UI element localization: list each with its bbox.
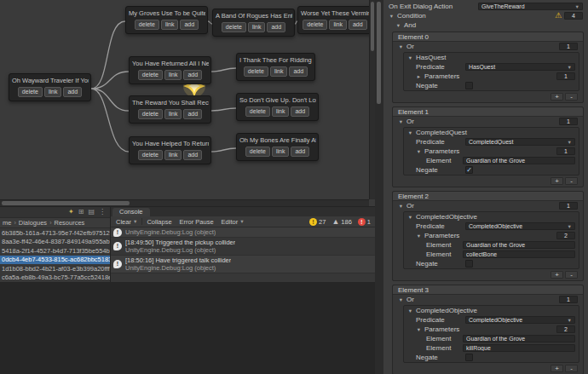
predicate-foldout-row[interactable]: ▾ CompletedObjective [404, 306, 579, 315]
favorites-icon[interactable]: ✦ [68, 208, 74, 216]
asset-row[interactable]: 6b385b-161a-4713-95e7-f42efb975125 [0, 228, 110, 238]
node-link-button[interactable]: link [164, 109, 182, 119]
add-element-button[interactable]: + [551, 365, 563, 372]
element-header[interactable]: Element 2 [393, 192, 583, 201]
parameter-object-field[interactable]: collectBone [463, 250, 575, 258]
node-add-button[interactable]: add [267, 22, 285, 32]
node-add-button[interactable]: add [291, 106, 309, 117]
dialogue-node-graph[interactable]: My Groves Use To be Quite deletelinkadd … [0, 0, 375, 206]
node-add-button[interactable]: add [183, 109, 202, 119]
or-size-field[interactable]: 1 [559, 202, 578, 210]
breadcrumb-segment[interactable]: me [3, 219, 11, 227]
parameter-object-field[interactable]: Guardian of the Grove [463, 157, 575, 164]
graph-horizontal-scrollbar[interactable] [0, 199, 369, 206]
element-header[interactable]: Element 3 [393, 285, 583, 295]
parameters-size-field[interactable]: 2 [556, 232, 575, 239]
condition-size-field[interactable]: 4 [564, 12, 583, 20]
negate-checkbox[interactable] [465, 260, 473, 268]
or-size-field[interactable]: 1 [559, 118, 578, 125]
predicate-dropdown[interactable]: CompletedObjective▼ [465, 222, 575, 230]
warning-count-badge[interactable]: !27 [307, 218, 328, 226]
dialogue-node[interactable]: Oh Wayward Traveler If You deletelinkadd [9, 73, 91, 101]
parameters-size-field[interactable]: 1 [556, 72, 575, 80]
parameter-object-field[interactable]: killRogue [463, 344, 575, 352]
collapse-toggle[interactable]: Collapse [143, 218, 175, 226]
remove-element-button[interactable]: - [565, 93, 578, 101]
asset-row[interactable]: 5418a-2f14-4527-b4d7-713f35be554b [0, 246, 110, 256]
scrollbar-thumb[interactable] [2, 201, 130, 205]
node-link-button[interactable]: link [248, 22, 266, 32]
node-link-button[interactable]: link [272, 147, 290, 157]
dialogue-node[interactable]: So Don't Give Up. Don't Lose deletelinka… [236, 93, 319, 121]
node-delete-button[interactable]: delete [138, 109, 163, 119]
node-add-button[interactable]: add [180, 20, 199, 30]
predicate-foldout-row[interactable]: ▾ HasQuest [404, 53, 579, 62]
negate-checkbox[interactable]: ✓ [465, 166, 473, 174]
node-add-button[interactable]: add [63, 87, 82, 97]
condition-foldout-row[interactable]: ▾ Condition ⚠ 4 [383, 11, 588, 20]
log-entry[interactable]: ! UnityEngine.Debug:Log (object) [111, 227, 375, 238]
node-delete-button[interactable]: delete [222, 22, 246, 32]
remove-element-button[interactable]: - [565, 177, 578, 185]
or-foldout-row[interactable]: ▾ Or 1 [393, 295, 583, 304]
node-delete-button[interactable]: delete [244, 66, 268, 77]
node-delete-button[interactable]: delete [303, 20, 327, 30]
predicate-dropdown[interactable]: CompletedObjective▼ [465, 316, 575, 324]
node-link-button[interactable]: link [164, 70, 182, 80]
dialogue-node[interactable]: My Groves Use To be Quite deletelinkadd [125, 6, 208, 34]
or-foldout-row[interactable]: ▾ Or 1 [393, 117, 583, 126]
message-count-badge[interactable]: ▲186 [329, 218, 354, 226]
breadcrumb-segment[interactable]: Dialogues [19, 219, 47, 227]
parameter-object-field[interactable]: Guardian of the Grove [463, 241, 575, 249]
node-link-button[interactable]: link [44, 87, 62, 97]
remove-element-button[interactable]: - [565, 271, 578, 279]
parameter-object-field[interactable]: Guardian of the Grove [463, 335, 575, 342]
remove-element-button[interactable]: - [565, 365, 578, 372]
dialogue-node[interactable]: The Reward You Shall Recei deletelinkadd [129, 95, 211, 124]
node-link-button[interactable]: link [270, 66, 288, 77]
node-add-button[interactable]: add [183, 150, 202, 160]
dialogue-node[interactable]: You Have Returned All I Nee deletelinkad… [129, 56, 211, 84]
negate-checkbox[interactable] [465, 82, 473, 89]
asset-row-selected[interactable]: 0dcb4-4eb7-4533-815c-ac682bbc5183 [0, 256, 110, 265]
clear-button[interactable]: Clear▼ [112, 218, 141, 226]
node-add-button[interactable]: add [289, 66, 308, 77]
negate-checkbox[interactable] [465, 354, 473, 361]
dialogue-node[interactable]: Worse Yet These Vermin Ha deletelinkadd [297, 6, 372, 34]
log-entry[interactable]: ! [18:49:50] Triggered the pickup collid… [111, 238, 375, 256]
on-exit-dialog-action-dropdown[interactable]: GiveTheReward▼ [478, 3, 583, 10]
element-header[interactable]: Element 1 [393, 107, 583, 117]
editor-dropdown[interactable]: Editor▼ [218, 218, 248, 226]
node-delete-button[interactable]: delete [245, 106, 270, 117]
parameters-foldout-row[interactable]: ▾ Parameters 1 [404, 147, 579, 156]
add-element-button[interactable]: + [551, 177, 563, 185]
or-size-field[interactable]: 1 [559, 296, 578, 303]
error-pause-toggle[interactable]: Error Pause [176, 218, 217, 226]
predicate-dropdown[interactable]: HasQuest▼ [465, 63, 575, 71]
or-foldout-row[interactable]: ▾ Or 1 [393, 201, 583, 210]
and-foldout-row[interactable]: ▾ And [383, 20, 588, 30]
element-header[interactable]: Element 0 [393, 32, 583, 42]
scrollbar-thumb[interactable] [371, 2, 374, 51]
list-view-icon[interactable]: ▤ [88, 208, 95, 216]
predicate-dropdown[interactable]: CompletedQuest▼ [465, 138, 575, 146]
parameters-size-field[interactable]: 1 [556, 147, 575, 155]
asset-row[interactable]: 1d1b08-bbd2-4b21-af03-e3b399a20fff [0, 264, 110, 273]
menu-icon[interactable]: ⋮ [99, 208, 106, 216]
log-entry[interactable]: ! [18:50:16] Have triggered talk collide… [111, 256, 375, 273]
node-delete-button[interactable]: delete [135, 20, 159, 30]
dialogue-node[interactable]: Oh My Bones Are Finally At I deletelinka… [236, 133, 319, 161]
or-size-field[interactable]: 1 [559, 43, 578, 50]
add-element-button[interactable]: + [551, 93, 563, 101]
node-add-button[interactable]: add [183, 70, 202, 80]
node-link-button[interactable]: link [161, 20, 179, 30]
node-delete-button[interactable]: delete [138, 70, 163, 80]
dialogue-node[interactable]: I Thank Thee For Ridding Mi deletelinkad… [236, 53, 315, 81]
node-delete-button[interactable]: delete [138, 150, 163, 160]
parameters-size-field[interactable]: 2 [556, 325, 575, 333]
add-element-button[interactable]: + [551, 271, 563, 279]
panel-divider-scrollbar[interactable] [375, 0, 383, 374]
parameters-foldout-row[interactable]: ▸ Parameters 1 [404, 72, 579, 81]
node-add-button[interactable]: add [291, 147, 309, 157]
node-link-button[interactable]: link [329, 20, 347, 30]
